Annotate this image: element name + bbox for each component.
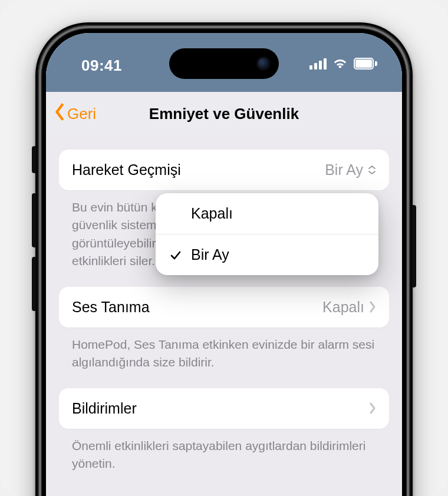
sound-recognition-footer: HomePod, Ses Tanıma etkinken evinizde bi… [59, 328, 389, 388]
chevron-right-icon [369, 301, 376, 313]
battery-icon [354, 58, 377, 70]
notifications-row[interactable]: Bildirimler [59, 388, 389, 429]
cellular-icon [309, 58, 327, 70]
volume-down-button [32, 257, 37, 311]
notifications-footer: Önemli etkinlikleri saptayabilen aygıtla… [59, 429, 389, 490]
sound-recognition-row[interactable]: Ses Tanıma Kapalı [59, 287, 389, 328]
power-button [411, 205, 416, 287]
side-button [32, 146, 37, 173]
volume-up-button [32, 193, 37, 247]
camera-icon [256, 57, 271, 71]
activity-history-label: Hareket Geçmişi [72, 161, 181, 178]
menu-item-label: Kapalı [191, 205, 233, 222]
status-right [309, 58, 377, 70]
menu-item-one-month[interactable]: Bir Ay [156, 234, 378, 275]
root: 09:41 Geri [0, 0, 448, 496]
sound-recognition-label: Ses Tanıma [72, 299, 150, 316]
menu-item-label: Bir Ay [191, 246, 229, 263]
checkmark-placeholder [169, 207, 183, 221]
notifications-value [369, 402, 376, 414]
chevron-up-down-icon [368, 165, 376, 175]
content: Hareket Geçmişi Bir Ay Bu evin bütün kul… [46, 135, 402, 496]
nav-bar: Geri Emniyet ve Güvenlik [46, 92, 402, 135]
device-frame: 09:41 Geri [35, 22, 413, 496]
menu-item-off[interactable]: Kapalı [156, 193, 378, 234]
notifications-label: Bildirimler [72, 400, 137, 417]
activity-history-row[interactable]: Hareket Geçmişi Bir Ay [59, 150, 389, 190]
activity-history-menu: Kapalı Bir Ay [156, 193, 378, 275]
sound-recognition-value: Kapalı [322, 299, 376, 316]
screen: 09:41 Geri [46, 33, 402, 496]
page-title: Emniyet ve Güvenlik [46, 92, 402, 135]
dynamic-island [169, 48, 279, 79]
checkmark-icon [169, 248, 183, 262]
activity-history-value: Bir Ay [325, 161, 376, 178]
status-time: 09:41 [81, 57, 122, 75]
wifi-icon [332, 58, 348, 70]
chevron-right-icon [369, 402, 376, 414]
